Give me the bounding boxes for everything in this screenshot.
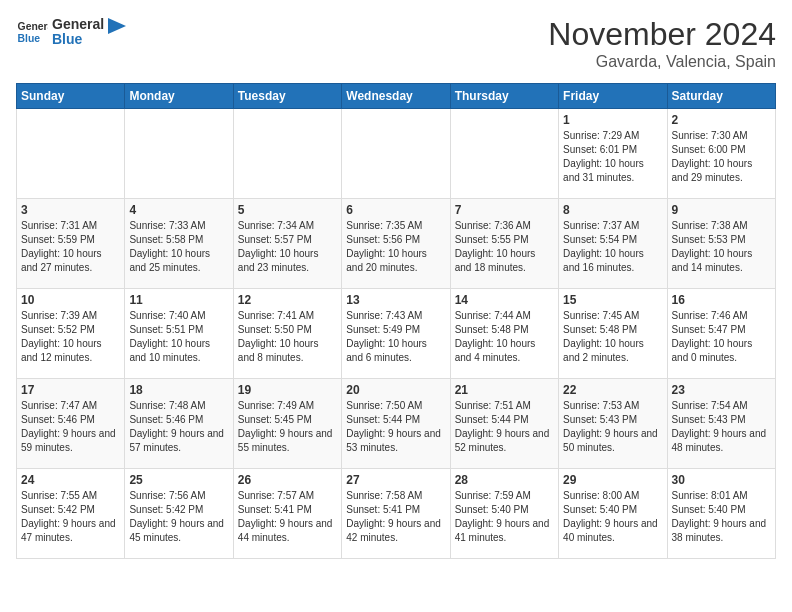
- logo-flag-icon: [108, 18, 128, 46]
- day-number: 6: [346, 203, 445, 217]
- svg-marker-3: [108, 18, 126, 34]
- weekday-header-saturday: Saturday: [667, 84, 775, 109]
- calendar-cell: 24Sunrise: 7:55 AM Sunset: 5:42 PM Dayli…: [17, 469, 125, 559]
- day-number: 4: [129, 203, 228, 217]
- page-header: General Blue General Blue November 2024 …: [16, 16, 776, 71]
- calendar-cell: 14Sunrise: 7:44 AM Sunset: 5:48 PM Dayli…: [450, 289, 558, 379]
- weekday-header-thursday: Thursday: [450, 84, 558, 109]
- calendar-cell: 28Sunrise: 7:59 AM Sunset: 5:40 PM Dayli…: [450, 469, 558, 559]
- day-info: Sunrise: 7:45 AM Sunset: 5:48 PM Dayligh…: [563, 309, 662, 365]
- day-info: Sunrise: 7:50 AM Sunset: 5:44 PM Dayligh…: [346, 399, 445, 455]
- day-number: 30: [672, 473, 771, 487]
- day-info: Sunrise: 7:54 AM Sunset: 5:43 PM Dayligh…: [672, 399, 771, 455]
- calendar-cell: 23Sunrise: 7:54 AM Sunset: 5:43 PM Dayli…: [667, 379, 775, 469]
- month-title: November 2024: [548, 16, 776, 53]
- calendar-cell: 22Sunrise: 7:53 AM Sunset: 5:43 PM Dayli…: [559, 379, 667, 469]
- day-number: 23: [672, 383, 771, 397]
- weekday-header-tuesday: Tuesday: [233, 84, 341, 109]
- logo-blue-text: Blue: [52, 32, 104, 47]
- logo-text: General Blue: [52, 17, 104, 48]
- day-number: 11: [129, 293, 228, 307]
- calendar-cell: [17, 109, 125, 199]
- logo-icon: General Blue: [16, 16, 48, 48]
- calendar-cell: 3Sunrise: 7:31 AM Sunset: 5:59 PM Daylig…: [17, 199, 125, 289]
- calendar-cell: 11Sunrise: 7:40 AM Sunset: 5:51 PM Dayli…: [125, 289, 233, 379]
- calendar-cell: 26Sunrise: 7:57 AM Sunset: 5:41 PM Dayli…: [233, 469, 341, 559]
- day-info: Sunrise: 7:34 AM Sunset: 5:57 PM Dayligh…: [238, 219, 337, 275]
- day-info: Sunrise: 7:58 AM Sunset: 5:41 PM Dayligh…: [346, 489, 445, 545]
- calendar-cell: [233, 109, 341, 199]
- weekday-header-friday: Friday: [559, 84, 667, 109]
- day-info: Sunrise: 7:41 AM Sunset: 5:50 PM Dayligh…: [238, 309, 337, 365]
- calendar-cell: 21Sunrise: 7:51 AM Sunset: 5:44 PM Dayli…: [450, 379, 558, 469]
- calendar-week-0: 1Sunrise: 7:29 AM Sunset: 6:01 PM Daylig…: [17, 109, 776, 199]
- calendar-cell: [342, 109, 450, 199]
- calendar-week-4: 24Sunrise: 7:55 AM Sunset: 5:42 PM Dayli…: [17, 469, 776, 559]
- day-info: Sunrise: 7:30 AM Sunset: 6:00 PM Dayligh…: [672, 129, 771, 185]
- day-info: Sunrise: 8:00 AM Sunset: 5:40 PM Dayligh…: [563, 489, 662, 545]
- svg-text:General: General: [18, 21, 48, 32]
- calendar-cell: 6Sunrise: 7:35 AM Sunset: 5:56 PM Daylig…: [342, 199, 450, 289]
- calendar-cell: 18Sunrise: 7:48 AM Sunset: 5:46 PM Dayli…: [125, 379, 233, 469]
- calendar-cell: 2Sunrise: 7:30 AM Sunset: 6:00 PM Daylig…: [667, 109, 775, 199]
- day-info: Sunrise: 7:40 AM Sunset: 5:51 PM Dayligh…: [129, 309, 228, 365]
- day-info: Sunrise: 7:39 AM Sunset: 5:52 PM Dayligh…: [21, 309, 120, 365]
- day-info: Sunrise: 7:56 AM Sunset: 5:42 PM Dayligh…: [129, 489, 228, 545]
- day-info: Sunrise: 7:35 AM Sunset: 5:56 PM Dayligh…: [346, 219, 445, 275]
- day-number: 21: [455, 383, 554, 397]
- day-number: 5: [238, 203, 337, 217]
- day-number: 28: [455, 473, 554, 487]
- calendar-cell: 12Sunrise: 7:41 AM Sunset: 5:50 PM Dayli…: [233, 289, 341, 379]
- calendar-header: SundayMondayTuesdayWednesdayThursdayFrid…: [17, 84, 776, 109]
- calendar-cell: 1Sunrise: 7:29 AM Sunset: 6:01 PM Daylig…: [559, 109, 667, 199]
- day-info: Sunrise: 7:57 AM Sunset: 5:41 PM Dayligh…: [238, 489, 337, 545]
- day-number: 3: [21, 203, 120, 217]
- day-number: 9: [672, 203, 771, 217]
- calendar-week-1: 3Sunrise: 7:31 AM Sunset: 5:59 PM Daylig…: [17, 199, 776, 289]
- calendar-cell: 16Sunrise: 7:46 AM Sunset: 5:47 PM Dayli…: [667, 289, 775, 379]
- logo-general-text: General: [52, 17, 104, 32]
- day-info: Sunrise: 7:51 AM Sunset: 5:44 PM Dayligh…: [455, 399, 554, 455]
- day-info: Sunrise: 7:31 AM Sunset: 5:59 PM Dayligh…: [21, 219, 120, 275]
- day-number: 22: [563, 383, 662, 397]
- day-number: 13: [346, 293, 445, 307]
- day-number: 2: [672, 113, 771, 127]
- day-info: Sunrise: 7:55 AM Sunset: 5:42 PM Dayligh…: [21, 489, 120, 545]
- day-info: Sunrise: 7:37 AM Sunset: 5:54 PM Dayligh…: [563, 219, 662, 275]
- day-info: Sunrise: 7:59 AM Sunset: 5:40 PM Dayligh…: [455, 489, 554, 545]
- calendar-cell: 25Sunrise: 7:56 AM Sunset: 5:42 PM Dayli…: [125, 469, 233, 559]
- day-number: 17: [21, 383, 120, 397]
- day-info: Sunrise: 7:48 AM Sunset: 5:46 PM Dayligh…: [129, 399, 228, 455]
- day-info: Sunrise: 7:33 AM Sunset: 5:58 PM Dayligh…: [129, 219, 228, 275]
- day-number: 26: [238, 473, 337, 487]
- calendar-week-3: 17Sunrise: 7:47 AM Sunset: 5:46 PM Dayli…: [17, 379, 776, 469]
- day-info: Sunrise: 7:36 AM Sunset: 5:55 PM Dayligh…: [455, 219, 554, 275]
- day-number: 19: [238, 383, 337, 397]
- day-number: 1: [563, 113, 662, 127]
- calendar-cell: 10Sunrise: 7:39 AM Sunset: 5:52 PM Dayli…: [17, 289, 125, 379]
- calendar-cell: 5Sunrise: 7:34 AM Sunset: 5:57 PM Daylig…: [233, 199, 341, 289]
- calendar-cell: [450, 109, 558, 199]
- calendar-week-2: 10Sunrise: 7:39 AM Sunset: 5:52 PM Dayli…: [17, 289, 776, 379]
- day-number: 27: [346, 473, 445, 487]
- calendar-cell: 27Sunrise: 7:58 AM Sunset: 5:41 PM Dayli…: [342, 469, 450, 559]
- day-number: 16: [672, 293, 771, 307]
- calendar-table: SundayMondayTuesdayWednesdayThursdayFrid…: [16, 83, 776, 559]
- calendar-cell: 30Sunrise: 8:01 AM Sunset: 5:40 PM Dayli…: [667, 469, 775, 559]
- logo: General Blue General Blue: [16, 16, 128, 48]
- calendar-cell: 20Sunrise: 7:50 AM Sunset: 5:44 PM Dayli…: [342, 379, 450, 469]
- day-number: 20: [346, 383, 445, 397]
- calendar-cell: 13Sunrise: 7:43 AM Sunset: 5:49 PM Dayli…: [342, 289, 450, 379]
- weekday-header-sunday: Sunday: [17, 84, 125, 109]
- calendar-cell: 9Sunrise: 7:38 AM Sunset: 5:53 PM Daylig…: [667, 199, 775, 289]
- day-info: Sunrise: 7:38 AM Sunset: 5:53 PM Dayligh…: [672, 219, 771, 275]
- day-number: 8: [563, 203, 662, 217]
- day-info: Sunrise: 7:46 AM Sunset: 5:47 PM Dayligh…: [672, 309, 771, 365]
- calendar-cell: 29Sunrise: 8:00 AM Sunset: 5:40 PM Dayli…: [559, 469, 667, 559]
- title-block: November 2024 Gavarda, Valencia, Spain: [548, 16, 776, 71]
- day-number: 29: [563, 473, 662, 487]
- calendar-cell: 7Sunrise: 7:36 AM Sunset: 5:55 PM Daylig…: [450, 199, 558, 289]
- day-number: 18: [129, 383, 228, 397]
- svg-text:Blue: Blue: [18, 33, 41, 44]
- calendar-cell: 15Sunrise: 7:45 AM Sunset: 5:48 PM Dayli…: [559, 289, 667, 379]
